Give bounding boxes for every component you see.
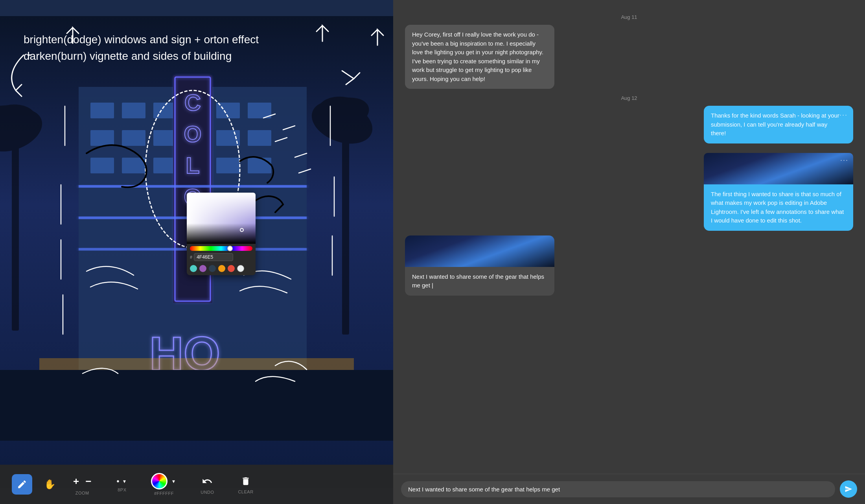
svg-rect-26: [216, 158, 240, 173]
svg-rect-20: [216, 130, 240, 146]
size-group: • ▾ 8PX: [116, 476, 127, 492]
pencil-icon: [17, 479, 27, 489]
hand-icon: ✋: [44, 479, 56, 490]
size-dropdown-button[interactable]: ▾: [121, 476, 127, 486]
zoom-plus-button[interactable]: +: [72, 474, 81, 489]
svg-rect-21: [248, 130, 271, 146]
svg-rect-38: [0, 370, 393, 441]
date-aug12: Aug 12: [405, 95, 853, 101]
send-icon: [845, 485, 852, 493]
svg-text:L: L: [186, 153, 199, 178]
size-dot-icon: •: [116, 477, 119, 486]
clear-group: CLEAR: [238, 475, 253, 494]
pencil-tool-button[interactable]: [12, 474, 32, 495]
svg-rect-1: [12, 134, 19, 331]
svg-rect-10: [90, 103, 114, 118]
clear-button[interactable]: [239, 475, 252, 488]
color-label: #FFFFFF: [154, 491, 174, 496]
zoom-minus-button[interactable]: −: [84, 474, 93, 489]
svg-rect-27: [248, 158, 271, 173]
svg-rect-39: [39, 358, 354, 370]
svg-rect-5: [342, 126, 349, 335]
chat-input-field[interactable]: [401, 481, 835, 497]
hex-label: #: [190, 255, 192, 259]
svg-rect-16: [90, 130, 114, 146]
message-sent-2-text: The first thing I wanted to share is tha…: [704, 184, 853, 231]
canvas-panel: C O L O HO brighten(dodge) windows and s…: [0, 0, 393, 504]
swatch-purple[interactable]: [199, 265, 206, 272]
svg-text:O: O: [184, 121, 201, 147]
message-dots-1[interactable]: ···: [839, 110, 848, 120]
hue-slider[interactable]: [190, 246, 252, 251]
svg-rect-34: [79, 185, 307, 188]
trash-icon: [241, 476, 251, 486]
size-label: 8PX: [118, 487, 126, 492]
color-gradient-picker[interactable]: [187, 193, 256, 244]
svg-rect-23: [122, 158, 145, 173]
svg-text:C: C: [184, 90, 201, 115]
hex-input[interactable]: [194, 253, 233, 261]
undo-button[interactable]: [200, 474, 214, 488]
swatch-red[interactable]: [228, 265, 235, 272]
undo-group: UNDO: [200, 474, 214, 495]
svg-rect-15: [248, 103, 271, 118]
date-aug11: Aug 11: [405, 14, 853, 20]
message-sent-2-container: ··· The first thing I wanted to share is…: [704, 153, 853, 231]
message-dots-2[interactable]: ···: [840, 156, 848, 164]
message-received-1: Hey Corey, first off I really love the w…: [405, 25, 554, 89]
svg-rect-22: [90, 158, 114, 173]
swatch-teal[interactable]: [190, 265, 197, 272]
message-received-image: [405, 235, 554, 267]
clear-label: CLEAR: [238, 489, 253, 494]
zoom-group: + − ZOOM: [72, 474, 93, 495]
undo-icon: [202, 476, 213, 487]
message-received-2-text: Next I wanted to share some of the gear …: [405, 267, 554, 296]
message-sent-1: ··· Thanks for the kind words Sarah - lo…: [704, 106, 853, 143]
swatch-dark[interactable]: [209, 265, 216, 272]
hue-cursor[interactable]: [227, 246, 233, 251]
message-image-thumb: [704, 153, 853, 184]
color-wheel-icon: [152, 474, 166, 488]
chat-send-button[interactable]: [840, 480, 857, 498]
message-received-2-container: Next I wanted to share some of the gear …: [405, 235, 554, 296]
chat-messages: Aug 11 Hey Corey, first off I really lov…: [393, 0, 865, 474]
chat-input-area: [393, 474, 865, 504]
color-group: ▾ #FFFFFF: [151, 473, 177, 496]
zoom-label: ZOOM: [75, 491, 89, 495]
color-selector-button[interactable]: [151, 473, 167, 489]
svg-rect-14: [216, 103, 240, 118]
color-dropdown-button[interactable]: ▾: [171, 476, 177, 486]
color-picker-popup[interactable]: #: [187, 193, 256, 275]
swatch-orange[interactable]: [218, 265, 225, 272]
undo-label: UNDO: [201, 490, 214, 495]
chat-panel: Aug 11 Hey Corey, first off I really lov…: [393, 0, 865, 504]
bottom-toolbar: ✋ + − ZOOM • ▾ 8PX: [0, 465, 393, 504]
gradient-cursor[interactable]: [240, 228, 244, 232]
svg-rect-17: [122, 130, 145, 146]
swatch-light[interactable]: [237, 265, 244, 272]
hand-tool-button[interactable]: ✋: [44, 479, 56, 490]
svg-rect-11: [122, 103, 145, 118]
color-swatches: [187, 263, 256, 275]
